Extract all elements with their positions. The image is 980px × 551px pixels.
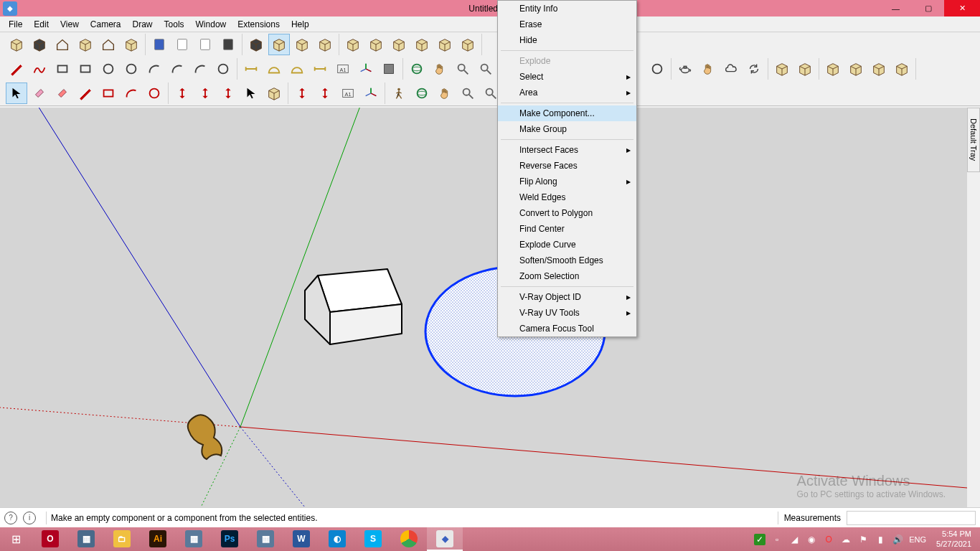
rect-red-tool[interactable] bbox=[98, 83, 119, 104]
context-menu-item-select[interactable]: Select▶ bbox=[498, 69, 636, 85]
status-help-icon[interactable]: ? bbox=[4, 512, 17, 524]
pan-tool[interactable] bbox=[434, 83, 456, 104]
comp-1-tool[interactable] bbox=[342, 34, 364, 55]
box-outline-tool[interactable] bbox=[75, 34, 96, 55]
rectangle-tool[interactable] bbox=[52, 58, 73, 80]
select-arrow-tool[interactable] bbox=[6, 83, 27, 104]
section-plane-tool[interactable] bbox=[378, 58, 400, 80]
context-menu-item-v-ray-uv-tools[interactable]: V-Ray UV Tools▶ bbox=[498, 305, 636, 321]
comp-2-tool[interactable] bbox=[365, 34, 387, 55]
box-small-tool[interactable] bbox=[121, 34, 142, 55]
context-menu-item-weld-edges[interactable]: Weld Edges bbox=[498, 189, 636, 205]
tray-flag-icon[interactable]: ⚑ bbox=[857, 534, 869, 545]
tray-opera-icon[interactable]: O bbox=[823, 534, 834, 545]
tray-cloud-icon[interactable]: ☁ bbox=[840, 534, 852, 545]
menu-draw[interactable]: Draw bbox=[127, 18, 159, 31]
axes-tool-tool[interactable] bbox=[355, 58, 377, 80]
move-cross-tool[interactable] bbox=[217, 83, 239, 104]
viewport-3d[interactable] bbox=[0, 108, 967, 507]
taskbar-app-edge[interactable]: ◐ bbox=[319, 527, 355, 551]
pushpull-red-tool[interactable] bbox=[171, 83, 193, 104]
context-menu-item-make-component-[interactable]: Make Component... bbox=[498, 105, 636, 121]
tray-volume-icon[interactable]: 🔊 bbox=[892, 534, 903, 545]
teapot-hand-tool[interactable] bbox=[697, 58, 719, 80]
tray-wifi-icon[interactable]: ◢ bbox=[788, 534, 800, 545]
context-menu-item-find-center[interactable]: Find Center bbox=[498, 221, 636, 237]
default-tray-tab[interactable]: Default Tray bbox=[967, 108, 980, 172]
menu-camera[interactable]: Camera bbox=[85, 18, 127, 31]
taskbar-app-opera[interactable]: O bbox=[32, 527, 68, 551]
polygon-tool[interactable] bbox=[121, 58, 142, 80]
tray-app-icon[interactable]: ▫ bbox=[771, 534, 783, 545]
house-tool[interactable] bbox=[52, 34, 73, 55]
menu-edit[interactable]: Edit bbox=[28, 18, 55, 31]
sheet-grey-tool[interactable] bbox=[194, 34, 216, 55]
start-button[interactable]: ⊞ bbox=[0, 527, 32, 551]
taskbar-app-sketchup[interactable]: ◆ bbox=[427, 527, 463, 551]
panel-2-tool[interactable] bbox=[845, 58, 867, 80]
freehand-tool[interactable] bbox=[29, 58, 50, 80]
maximize-button[interactable]: ▢ bbox=[912, 0, 944, 17]
protractor-1-tool[interactable] bbox=[263, 58, 285, 80]
menu-file[interactable]: File bbox=[3, 18, 28, 31]
menu-help[interactable]: Help bbox=[286, 18, 315, 31]
offset-tool[interactable] bbox=[291, 83, 313, 104]
text-A1-tool[interactable]: A1 bbox=[337, 83, 359, 104]
minimize-button[interactable]: — bbox=[880, 0, 912, 17]
protractor-2-tool[interactable] bbox=[286, 58, 308, 80]
panel-4-tool[interactable] bbox=[891, 58, 913, 80]
stack-dark-tool[interactable] bbox=[245, 34, 267, 55]
tray-lang[interactable]: ENG bbox=[909, 535, 926, 544]
house-outline-tool[interactable] bbox=[98, 34, 119, 55]
rect-rot-tool[interactable] bbox=[75, 58, 96, 80]
context-menu-item-erase[interactable]: Erase bbox=[498, 17, 636, 32]
zoom-tool[interactable] bbox=[457, 83, 479, 104]
context-menu-item-reverse-faces[interactable]: Reverse Faces bbox=[498, 158, 636, 174]
context-menu-item-zoom-selection[interactable]: Zoom Selection bbox=[498, 268, 636, 284]
box-open-tool[interactable] bbox=[6, 34, 27, 55]
layers-2-tool[interactable] bbox=[291, 34, 313, 55]
move-red-tool[interactable] bbox=[194, 83, 216, 104]
taskbar-app-explorer[interactable]: 🗀 bbox=[104, 527, 140, 551]
circle-red-tool[interactable] bbox=[143, 83, 165, 104]
close-button[interactable]: ✕ bbox=[944, 0, 980, 17]
taskbar-app-skype[interactable]: S bbox=[355, 527, 391, 551]
scale-box-tool[interactable] bbox=[263, 83, 285, 104]
context-menu-item-soften-smooth-edges[interactable]: Soften/Smooth Edges bbox=[498, 253, 636, 268]
arc2-tool[interactable] bbox=[166, 58, 188, 80]
taskbar-app-illustrator[interactable]: Ai bbox=[140, 527, 176, 551]
line-red-tool[interactable] bbox=[75, 83, 96, 104]
panel-1-tool[interactable] bbox=[822, 58, 844, 80]
context-menu-item-explode-curve[interactable]: Explode Curve bbox=[498, 237, 636, 253]
menu-window[interactable]: Window bbox=[190, 18, 232, 31]
orbit-tool[interactable] bbox=[411, 83, 433, 104]
taskbar-app-photoshop[interactable]: Ps bbox=[212, 527, 248, 551]
context-menu-item-flip-along[interactable]: Flip Along▶ bbox=[498, 174, 636, 189]
comp-5-tool[interactable] bbox=[434, 34, 456, 55]
menu-tools[interactable]: Tools bbox=[159, 18, 190, 31]
tray-shield-icon[interactable]: ✓ bbox=[754, 534, 765, 545]
menu-view[interactable]: View bbox=[55, 18, 85, 31]
taskbar-app-chrome[interactable] bbox=[391, 527, 427, 551]
box-closed-tool[interactable] bbox=[29, 34, 50, 55]
context-menu-item-hide[interactable]: Hide bbox=[498, 32, 636, 48]
arc-red-tool[interactable] bbox=[121, 83, 142, 104]
comp-3-tool[interactable] bbox=[388, 34, 410, 55]
arc-tool[interactable] bbox=[143, 58, 165, 80]
taskbar-app-word[interactable]: W bbox=[283, 527, 319, 551]
context-menu-item-camera-focus-tool[interactable]: Camera Focus Tool bbox=[498, 321, 636, 336]
status-info-icon[interactable]: i bbox=[23, 512, 36, 524]
context-menu-item-area[interactable]: Area▶ bbox=[498, 85, 636, 100]
tray-dell-icon[interactable]: ◉ bbox=[806, 534, 817, 545]
taskbar-clock[interactable]: 5:54 PM 5/27/2021 bbox=[932, 529, 976, 548]
tray-battery-icon[interactable]: ▮ bbox=[875, 534, 886, 545]
cloud-tool[interactable] bbox=[720, 58, 742, 80]
context-menu-item-intersect-faces[interactable]: Intersect Faces▶ bbox=[498, 142, 636, 158]
taskbar-app-generic2[interactable]: ▦ bbox=[248, 527, 283, 551]
zoom-magnifier-tool[interactable] bbox=[452, 58, 473, 80]
context-menu-item-convert-to-polygon[interactable]: Convert to Polygon bbox=[498, 205, 636, 221]
context-menu-item-make-group[interactable]: Make Group bbox=[498, 121, 636, 137]
zoom-extents-tool[interactable] bbox=[475, 58, 496, 80]
sheet-white-tool[interactable] bbox=[171, 34, 193, 55]
pencil-tool[interactable] bbox=[6, 58, 27, 80]
